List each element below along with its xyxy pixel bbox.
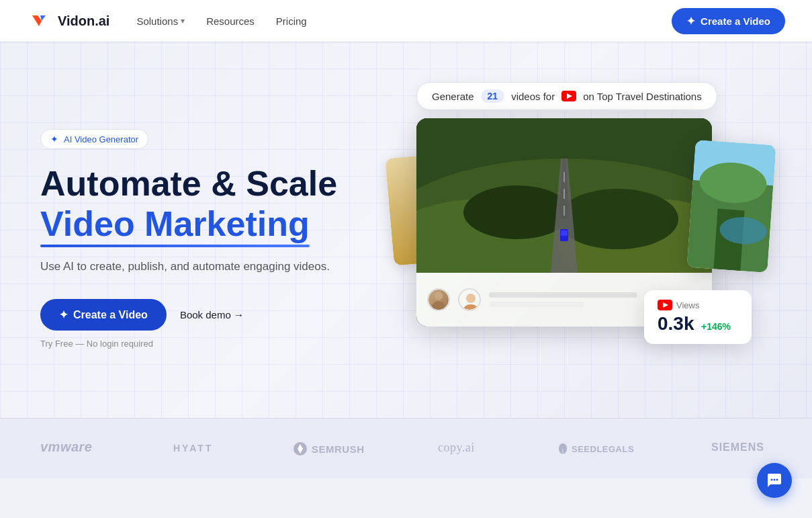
hero-section: ✦ AI Video Generator Automate & Scale Vi…: [0, 42, 812, 418]
sparkle-icon: ✦: [686, 15, 695, 28]
svg-text:SIEMENS: SIEMENS: [711, 441, 764, 453]
svg-text:SEMRUSH: SEMRUSH: [312, 443, 365, 455]
ai-badge: ✦ AI Video Generator: [40, 129, 148, 149]
svg-point-6: [557, 189, 678, 249]
svg-text:vmware: vmware: [40, 439, 93, 454]
svg-point-17: [463, 304, 478, 310]
logo-siemens: SIEMENS: [711, 439, 772, 458]
logo-hyatt: HYATT: [173, 439, 227, 458]
logo[interactable]: Vidon.ai: [27, 9, 109, 33]
star-icon: ✦: [50, 134, 58, 144]
svg-point-15: [432, 301, 445, 310]
views-growth: +146%: [701, 321, 731, 332]
logo-text: Vidon.ai: [58, 13, 109, 29]
nav-pricing[interactable]: Pricing: [276, 15, 307, 27]
video-count-badge: 21: [481, 89, 505, 103]
views-value: 0.3k: [658, 313, 694, 334]
logos-bar: vmware HYATT SEMRUSH copy.ai SEEDLEGALS …: [0, 418, 812, 478]
nav-create-video-button[interactable]: ✦ Create a Video: [672, 8, 785, 34]
svg-point-14: [435, 292, 443, 300]
nav-resources[interactable]: Resources: [206, 15, 255, 27]
landscape-svg: [416, 118, 712, 273]
svg-rect-11: [563, 206, 565, 216]
svg-text:copy.ai: copy.ai: [438, 441, 475, 454]
navbar: Vidon.ai Solutions ▾ Resources Pricing ✦…: [0, 0, 812, 42]
svg-rect-10: [563, 189, 565, 199]
svg-point-32: [771, 479, 773, 481]
logo-copyai: copy.ai: [438, 439, 492, 458]
logo-seedlegals: SEEDLEGALS: [557, 441, 645, 456]
hero-subtitle: Use AI to create, publish, and automate …: [40, 258, 390, 275]
youtube-icon: [561, 91, 576, 101]
hero-left: ✦ AI Video Generator Automate & Scale Vi…: [40, 82, 390, 349]
create-video-button[interactable]: ✦ Create a Video: [40, 299, 167, 331]
generate-pill: Generate 21 videos for on Top Travel Des…: [416, 82, 717, 110]
book-demo-button[interactable]: Book demo →: [180, 309, 244, 320]
views-card: Views 0.3k +146%: [644, 290, 752, 344]
svg-point-16: [466, 294, 476, 303]
nav-solutions[interactable]: Solutions ▾: [136, 15, 185, 27]
chevron-down-icon: ▾: [181, 16, 185, 26]
svg-point-34: [776, 479, 778, 481]
avatar-male: [427, 288, 450, 311]
sparkle-icon-btn: ✦: [59, 308, 68, 321]
hero-buttons: ✦ Create a Video Book demo →: [40, 299, 390, 331]
svg-rect-9: [563, 172, 565, 182]
chat-icon: [766, 472, 782, 488]
svg-point-33: [774, 479, 776, 481]
chat-button[interactable]: [757, 463, 792, 498]
svg-text:SEEDLEGALS: SEEDLEGALS: [572, 444, 634, 454]
avatar-female: [458, 288, 481, 311]
logo-vmware: vmware: [40, 439, 107, 458]
youtube-icon-views: [658, 300, 672, 310]
logo-semrush: SEMRUSH: [293, 441, 372, 457]
svg-rect-13: [561, 230, 568, 236]
try-free-label: Try Free — No login required: [40, 339, 390, 349]
hero-title: Automate & Scale Video Marketing: [40, 164, 390, 245]
video-card-side: [687, 140, 776, 273]
nav-links: Solutions ▾ Resources Pricing: [136, 15, 672, 27]
logo-icon: [27, 9, 51, 33]
hero-right: Generate 21 videos for on Top Travel Des…: [390, 82, 772, 378]
svg-text:HYATT: HYATT: [173, 443, 213, 454]
